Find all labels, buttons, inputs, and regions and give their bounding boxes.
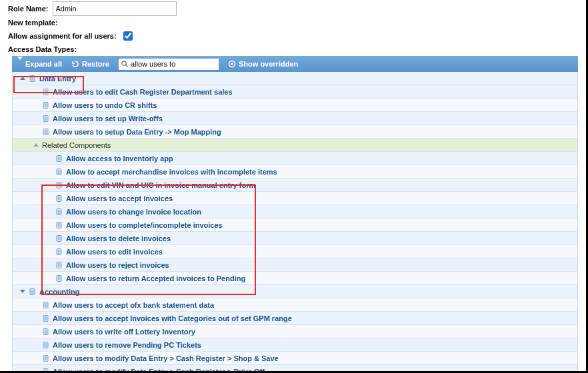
- show-overridden-label: Show overridden: [239, 60, 298, 68]
- tree-row-label: Allow users to change invoice location: [66, 208, 201, 216]
- access-types-label: Access Data Types:: [8, 45, 77, 53]
- role-name-label: Role Name:: [8, 5, 49, 13]
- tree-row-label: Accounting: [39, 288, 80, 296]
- tree-row-label: Allow access to Inventorly app: [66, 155, 173, 163]
- tree-row-label: Allow users to edit Cash Register Depart…: [53, 88, 233, 96]
- toggle-up-icon[interactable]: [18, 74, 27, 83]
- permission-tree: Data EntryAllow users to edit Cash Regis…: [12, 72, 578, 373]
- toggle-spacer: [45, 194, 54, 203]
- search-field[interactable]: [119, 59, 219, 70]
- document-icon: [42, 368, 50, 374]
- toggle-spacer: [45, 154, 54, 163]
- svg-line-1: [126, 65, 128, 67]
- document-icon: [55, 155, 63, 163]
- svg-rect-88: [43, 368, 48, 373]
- toggle-spacer: [31, 327, 41, 336]
- restore-button[interactable]: Restore: [71, 60, 109, 68]
- toggle-spacer: [45, 247, 54, 256]
- tree-row-label: Related Components: [42, 141, 111, 149]
- document-icon: [42, 128, 50, 136]
- document-icon: [42, 341, 50, 349]
- tree-row-label: Allow users to remove Pending PC Tickets: [53, 341, 201, 349]
- toggle-up-plain-icon[interactable]: [31, 141, 41, 150]
- tree-row-label: Allow users to accept ofx bank statement…: [53, 301, 214, 309]
- toggle-down-icon[interactable]: [18, 287, 27, 296]
- tree-row-label: Allow users to undo CR shifts: [53, 101, 157, 109]
- document-icon: [55, 168, 63, 176]
- document-icon: [42, 328, 50, 336]
- tree-row-label: Allow users to return Accepted invoices …: [66, 274, 245, 282]
- tree-row[interactable]: Allow users to accept Invoices with Cate…: [13, 312, 577, 325]
- toggle-spacer: [45, 207, 54, 216]
- tree-row-label: Allow users to modify Data Entry > Cash …: [53, 354, 279, 362]
- tree-row-label: Allow users to edit invoices: [66, 248, 163, 256]
- tree-row[interactable]: Allow to accept merchandise invoices wit…: [13, 165, 577, 179]
- tree-row-label: Allow to edit VIN and UIC in invoice man…: [66, 181, 255, 189]
- tree-row-label: Allow users to delete invoices: [66, 234, 171, 242]
- tree-row-label: Data Entry: [39, 75, 76, 83]
- show-overridden-icon: [228, 60, 236, 68]
- tree-row[interactable]: Allow to edit VIN and UIC in invoice man…: [13, 179, 577, 192]
- tree-row[interactable]: Allow users to accept ofx bank statement…: [13, 298, 577, 312]
- tree-row-label: Allow users to setup Data Entry -> Mop M…: [53, 128, 221, 136]
- document-icon: [42, 115, 50, 123]
- document-icon: [55, 248, 63, 256]
- toggle-spacer: [31, 101, 41, 110]
- expand-all-label: Expand all: [25, 60, 62, 68]
- tree-row-label: Allow users to accept Invoices with Cate…: [53, 314, 292, 322]
- tree-row[interactable]: Allow users to delete invoices: [13, 232, 577, 245]
- show-overridden-button[interactable]: Show overridden: [228, 60, 298, 68]
- tree-row[interactable]: Allow users to undo CR shifts: [13, 99, 577, 112]
- tree-row-label: Allow users to modify Data Entry > Cash …: [53, 368, 265, 374]
- tree-row[interactable]: Allow access to Inventorly app: [13, 152, 577, 165]
- toggle-spacer: [45, 274, 54, 283]
- tree-row[interactable]: Allow users to modify Data Entry > Cash …: [13, 352, 577, 365]
- tree-row-label: Allow users to accept invoices: [66, 194, 173, 202]
- document-icon: [42, 101, 50, 109]
- allow-all-label: Allow assignment for all users:: [8, 32, 117, 40]
- toggle-spacer: [45, 234, 54, 243]
- search-input[interactable]: [129, 59, 219, 70]
- tree-row[interactable]: Related Components: [13, 139, 577, 152]
- toggle-spacer: [31, 87, 41, 97]
- toggle-spacer: [31, 127, 41, 137]
- toggle-spacer: [45, 167, 54, 177]
- tree-row-label: Allow users to write off Lottery Invento…: [53, 328, 195, 336]
- tree-row-label: Allow users to complete/incomplete invoi…: [66, 221, 223, 229]
- tree-row[interactable]: Allow users to change invoice location: [13, 205, 577, 218]
- document-icon: [55, 261, 63, 269]
- search-icon: [120, 59, 129, 69]
- tree-row[interactable]: Allow users to return Accepted invoices …: [13, 272, 577, 285]
- document-icon: [55, 234, 63, 242]
- restore-label: Restore: [82, 60, 109, 68]
- tree-row[interactable]: Allow users to modify Data Entry > Cash …: [13, 365, 577, 373]
- restore-icon: [71, 60, 79, 68]
- document-icon: [29, 288, 37, 296]
- tree-row-label: Allow to accept merchandise invoices wit…: [66, 168, 277, 176]
- toggle-spacer: [31, 314, 41, 323]
- toggle-spacer: [31, 114, 41, 123]
- role-name-input[interactable]: [53, 1, 177, 16]
- expand-all-button[interactable]: Expand all: [17, 60, 62, 68]
- toggle-spacer: [31, 354, 41, 363]
- tree-row[interactable]: Allow users to setup Data Entry -> Mop M…: [13, 125, 577, 139]
- tree-row[interactable]: Allow users to set up Write-offs: [13, 112, 577, 125]
- tree-row[interactable]: Allow users to edit Cash Register Depart…: [13, 85, 577, 99]
- tree-row-label: Allow users to set up Write-offs: [53, 115, 163, 123]
- tree-row[interactable]: Allow users to remove Pending PC Tickets: [13, 338, 577, 352]
- document-icon: [55, 208, 63, 216]
- tree-row[interactable]: Allow users to complete/incomplete invoi…: [13, 218, 577, 232]
- tree-row[interactable]: Allow users to accept invoices: [13, 192, 577, 205]
- svg-point-0: [122, 61, 126, 65]
- tree-row[interactable]: Allow users to reject invoices: [13, 258, 577, 272]
- tree-row[interactable]: Allow users to write off Lottery Invento…: [13, 325, 577, 338]
- tree-row[interactable]: Allow users to edit invoices: [13, 245, 577, 258]
- document-icon: [55, 274, 63, 282]
- tree-row[interactable]: Data Entry: [13, 72, 577, 85]
- tree-toolbar: Expand all Restore Show overridden: [12, 56, 578, 72]
- document-icon: [55, 194, 63, 202]
- document-icon: [29, 75, 37, 83]
- allow-all-checkbox[interactable]: [123, 31, 133, 41]
- toggle-spacer: [45, 260, 54, 270]
- tree-row[interactable]: Accounting: [13, 285, 577, 298]
